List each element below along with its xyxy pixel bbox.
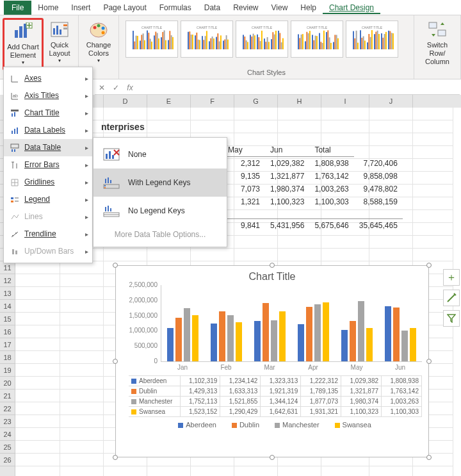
cell[interactable]	[60, 402, 104, 415]
menu-item-axis-titles[interactable]: abAxis Titles▸	[4, 87, 92, 104]
col-header-J[interactable]: J	[369, 95, 413, 108]
cell[interactable]	[60, 428, 104, 441]
cell[interactable]	[60, 364, 104, 377]
menu-item-data-labels[interactable]: Data Labels▸	[4, 122, 92, 139]
cell[interactable]	[413, 108, 453, 120]
tab-home[interactable]: Home	[31, 1, 65, 14]
cell[interactable]	[15, 313, 60, 325]
cell[interactable]	[413, 223, 453, 236]
resize-handle[interactable]	[270, 263, 275, 268]
tab-formulas[interactable]: Formulas	[153, 1, 198, 14]
formula-input[interactable]	[137, 83, 460, 92]
cell[interactable]	[191, 108, 234, 120]
cell[interactable]	[278, 236, 321, 249]
resize-handle[interactable]	[426, 263, 432, 268]
cell[interactable]	[369, 120, 413, 133]
cell[interactable]	[191, 466, 234, 476]
cell[interactable]	[147, 108, 191, 120]
resize-handle[interactable]	[113, 263, 118, 268]
enter-formula-icon[interactable]: ✓	[109, 83, 123, 92]
col-header-D[interactable]: D	[104, 95, 147, 108]
chart-filters-button[interactable]	[443, 310, 460, 327]
tab-file[interactable]: File	[4, 1, 31, 15]
cell[interactable]	[60, 377, 104, 390]
row-header[interactable]: 24	[0, 428, 15, 441]
chart-style-3[interactable]: CHART TITLE	[236, 21, 288, 58]
row-header[interactable]: 19	[0, 364, 15, 377]
menu-item-gridlines[interactable]: Gridlines▸	[4, 174, 92, 191]
cell[interactable]	[15, 466, 60, 476]
resize-handle[interactable]	[113, 359, 118, 364]
cell[interactable]	[15, 441, 60, 454]
cell[interactable]	[15, 300, 60, 313]
cell[interactable]	[413, 172, 453, 185]
tab-chart-design[interactable]: Chart Design	[323, 1, 380, 14]
switch-row-column-button[interactable]: Switch Row/ Column	[417, 18, 458, 68]
cell[interactable]	[413, 146, 453, 159]
cell[interactable]	[413, 466, 453, 476]
cell[interactable]	[413, 210, 453, 223]
cell[interactable]	[413, 185, 453, 197]
cell[interactable]	[413, 197, 453, 210]
row-header[interactable]: 22	[0, 402, 15, 415]
cell[interactable]	[15, 390, 60, 402]
cell[interactable]	[60, 313, 104, 325]
menu-item-axes[interactable]: Axes▸	[4, 70, 92, 87]
col-header-I[interactable]: I	[321, 95, 369, 108]
cell[interactable]	[191, 120, 234, 133]
cell[interactable]	[413, 120, 453, 133]
cell[interactable]	[321, 108, 369, 120]
cell[interactable]	[60, 351, 104, 364]
cell[interactable]	[278, 120, 321, 133]
cell[interactable]	[147, 466, 191, 476]
chart-title[interactable]: Chart Title	[116, 266, 428, 285]
change-colors-button[interactable]: Change Colors ▾	[81, 18, 116, 65]
cell[interactable]	[321, 249, 369, 261]
cell[interactable]	[191, 249, 234, 261]
cell[interactable]	[234, 466, 278, 476]
cell[interactable]	[278, 108, 321, 120]
cell[interactable]	[15, 351, 60, 364]
cell[interactable]	[15, 261, 60, 274]
chart-elements-button[interactable]: ＋	[443, 269, 460, 286]
cell[interactable]	[321, 236, 369, 249]
menu-item-legend[interactable]: Legend▸	[4, 191, 92, 208]
row-header[interactable]: 13	[0, 287, 15, 300]
cell[interactable]	[60, 415, 104, 428]
row-header[interactable]: 14	[0, 300, 15, 313]
row-header[interactable]: 18	[0, 351, 15, 364]
cell[interactable]	[321, 466, 369, 476]
row-header[interactable]: 12	[0, 274, 15, 287]
menu-item-data-table[interactable]: Data Table▸	[4, 139, 92, 156]
cell[interactable]	[369, 466, 413, 476]
chart-plot-area[interactable]: 2,500,0002,000,0001,500,0001,000,000500,…	[161, 285, 422, 362]
quick-layout-button[interactable]: Quick Layout ▾	[44, 18, 76, 65]
cell[interactable]	[278, 249, 321, 261]
cancel-formula-icon[interactable]: ✕	[95, 83, 109, 92]
chart-style-5[interactable]: CHART TITLE	[346, 21, 398, 58]
fx-icon[interactable]: fx	[123, 83, 137, 92]
cell[interactable]	[369, 108, 413, 120]
tab-review[interactable]: Review	[227, 1, 264, 14]
row-header[interactable]: 20	[0, 377, 15, 390]
cell[interactable]	[147, 120, 191, 133]
cell[interactable]	[413, 236, 453, 249]
cell[interactable]	[234, 120, 278, 133]
cell[interactable]	[15, 287, 60, 300]
cell[interactable]	[60, 441, 104, 454]
row-header[interactable]: 23	[0, 415, 15, 428]
chart-styles-button[interactable]	[443, 290, 460, 306]
cell[interactable]	[413, 249, 453, 261]
row-header[interactable]: 15	[0, 313, 15, 325]
row-header[interactable]: 17	[0, 338, 15, 351]
row-header[interactable]: 21	[0, 390, 15, 402]
tab-help[interactable]: Help	[294, 1, 323, 14]
tab-insert[interactable]: Insert	[65, 1, 97, 14]
cell[interactable]	[413, 159, 453, 172]
tab-data[interactable]: Data	[198, 1, 227, 14]
chart-style-4[interactable]: CHART TITLE	[291, 21, 343, 58]
add-chart-element-button[interactable]: Add Chart Element ▾	[3, 18, 44, 70]
cell[interactable]	[15, 377, 60, 390]
cell[interactable]	[60, 390, 104, 402]
cell[interactable]	[60, 338, 104, 351]
